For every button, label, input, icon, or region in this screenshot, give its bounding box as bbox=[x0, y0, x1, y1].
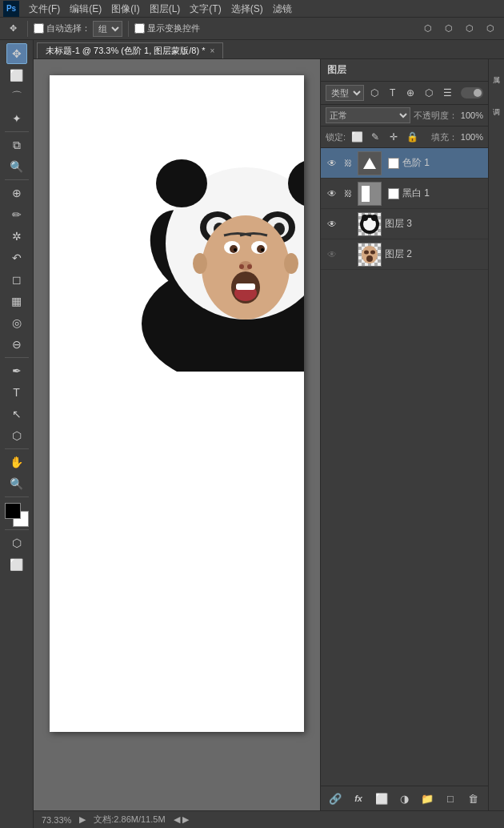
svg-point-36 bbox=[364, 250, 369, 254]
tool-mask-mode[interactable]: ⬡ bbox=[6, 533, 27, 553]
menu-edit[interactable]: 编辑(E) bbox=[65, 0, 106, 18]
adjustment-panel-btn[interactable]: 调 bbox=[489, 94, 505, 111]
tool-blur[interactable]: ◎ bbox=[6, 312, 27, 333]
new-layer-btn[interactable]: □ bbox=[441, 790, 461, 807]
menu-file[interactable]: 文件(F) bbox=[24, 0, 65, 18]
lock-all-btn[interactable]: 🔒 bbox=[404, 129, 420, 145]
layer-eye-2[interactable]: 👁 bbox=[326, 248, 338, 261]
layer-item-bw[interactable]: 👁 ⛓ 黑白 1 bbox=[321, 179, 488, 209]
show-transform-label: 显示变换控件 bbox=[147, 22, 200, 34]
lock-position-btn[interactable]: ✛ bbox=[386, 129, 402, 145]
layer-item-3[interactable]: 👁 图层 3 bbox=[321, 209, 488, 239]
show-transform-input[interactable] bbox=[134, 23, 145, 34]
tool-brush[interactable]: ✏ bbox=[6, 204, 27, 225]
auto-select-label: 自动选择： bbox=[46, 22, 90, 34]
tab-bar: 未标题-1 @ 73.3% (色阶 1, 图层蒙版/8) * × bbox=[34, 40, 504, 59]
tool-magic-wand[interactable]: ✦ bbox=[6, 108, 27, 129]
tool-hand[interactable]: ✋ bbox=[6, 452, 27, 472]
panel-bottom-toolbar: 🔗 fx ⬜ ◑ 📁 □ 🗑 bbox=[321, 786, 488, 810]
menu-image[interactable]: 图像(I) bbox=[106, 0, 144, 18]
blend-opacity-row: 正常 不透明度： 100% bbox=[321, 105, 488, 127]
new-group-btn[interactable]: 📁 bbox=[418, 790, 438, 807]
auto-select-checkbox[interactable]: 自动选择： 组 bbox=[34, 21, 122, 37]
tool-lasso[interactable]: ⌒ bbox=[6, 86, 27, 107]
foreground-color[interactable] bbox=[5, 503, 21, 519]
svg-point-26 bbox=[284, 253, 298, 274]
ps-logo: Ps bbox=[3, 1, 19, 17]
layer-filter-icon5[interactable]: ☰ bbox=[439, 85, 455, 101]
menu-bar: Ps 文件(F) 编辑(E) 图像(I) 图层(L) 文字(T) 选择(S) 滤… bbox=[0, 0, 504, 18]
tool-move[interactable]: ✥ bbox=[6, 43, 27, 64]
delete-layer-btn[interactable]: 🗑 bbox=[463, 790, 483, 807]
tool-gradient[interactable]: ▦ bbox=[6, 291, 27, 312]
layer-mask-levels bbox=[388, 158, 399, 169]
layers-panel-title: 图层 bbox=[327, 63, 346, 77]
color-swatch[interactable] bbox=[5, 503, 29, 527]
svg-rect-30 bbox=[362, 186, 370, 202]
menu-layer[interactable]: 图层(L) bbox=[145, 0, 186, 18]
tool-dodge[interactable]: ⊖ bbox=[6, 334, 27, 355]
adjustment-btn[interactable]: ◑ bbox=[394, 790, 414, 807]
lock-image-btn[interactable]: ✎ bbox=[367, 129, 383, 145]
svg-rect-24 bbox=[236, 283, 255, 290]
tool-path-select[interactable]: ↖ bbox=[6, 404, 27, 424]
menu-select[interactable]: 选择(S) bbox=[226, 0, 268, 18]
tool-eraser[interactable]: ◻ bbox=[6, 269, 27, 290]
align-btn-1[interactable]: ⬡ bbox=[419, 20, 437, 38]
canvas-and-panels: 图层 类型 ⬡ T ⊕ ⬡ ☰ bbox=[34, 59, 504, 810]
show-transform-checkbox[interactable]: 显示变换控件 bbox=[134, 22, 200, 34]
tool-pen[interactable]: ✒ bbox=[6, 360, 27, 381]
layer-eye-levels[interactable]: 👁 bbox=[326, 157, 338, 170]
tool-select-rect[interactable]: ⬜ bbox=[6, 65, 27, 86]
link-layers-btn[interactable]: 🔗 bbox=[326, 790, 346, 807]
history-btn[interactable]: 属 bbox=[489, 62, 505, 78]
right-panels: 图层 类型 ⬡ T ⊕ ⬡ ☰ bbox=[320, 59, 488, 810]
tab-close-btn[interactable]: × bbox=[210, 46, 214, 55]
auto-select-input[interactable] bbox=[34, 23, 44, 34]
layer-filter-select[interactable]: 类型 bbox=[326, 85, 364, 101]
tool-crop[interactable]: ⧉ bbox=[6, 135, 27, 155]
tool-history-brush[interactable]: ↶ bbox=[6, 247, 27, 268]
move-tool-btn[interactable]: ✥ bbox=[5, 20, 22, 38]
layer-thumb-2 bbox=[358, 243, 382, 267]
canvas-document bbox=[50, 75, 304, 732]
layer-eye-bw[interactable]: 👁 bbox=[326, 187, 338, 200]
layer-chain-3 bbox=[342, 218, 354, 231]
layer-item-2[interactable]: 👁 图层 2 bbox=[321, 239, 488, 270]
layer-eye-3[interactable]: 👁 bbox=[326, 218, 338, 231]
menu-text[interactable]: 文字(T) bbox=[185, 0, 226, 18]
align-btn-2[interactable]: ⬡ bbox=[440, 20, 458, 38]
layer-filter-icon4[interactable]: ⬡ bbox=[421, 85, 437, 101]
align-btn-4[interactable]: ⬡ bbox=[482, 20, 499, 38]
tool-zoom[interactable]: 🔍 bbox=[6, 473, 27, 494]
tool-shape[interactable]: ⬡ bbox=[6, 425, 27, 446]
add-mask-btn[interactable]: ⬜ bbox=[371, 790, 391, 807]
layer-filter-toggle[interactable] bbox=[461, 87, 483, 98]
tool-text[interactable]: T bbox=[6, 382, 27, 403]
fx-btn[interactable]: fx bbox=[349, 790, 369, 807]
layer-item-levels[interactable]: 👁 ⛓ 色阶 1 bbox=[321, 148, 488, 179]
lock-row: 锁定: ⬜ ✎ ✛ 🔒 填充： 100% bbox=[321, 127, 488, 148]
layer-chain-levels: ⛓ bbox=[342, 157, 354, 170]
tool-eyedropper[interactable]: 🔍 bbox=[6, 156, 27, 177]
tool-spot-heal[interactable]: ⊕ bbox=[6, 183, 27, 203]
layer-filter-icon2[interactable]: T bbox=[385, 85, 401, 101]
canvas-area[interactable] bbox=[34, 59, 320, 810]
layer-thumb-3 bbox=[358, 212, 382, 236]
layer-filter-icon1[interactable]: ⬡ bbox=[366, 85, 382, 101]
menu-filter[interactable]: 滤镜 bbox=[268, 0, 297, 18]
main-area: ✥ ⬜ ⌒ ✦ ⧉ 🔍 ⊕ ✏ ✲ ↶ ◻ ▦ ◎ ⊖ ✒ T ↖ ⬡ ✋ 🔍 … bbox=[0, 40, 504, 828]
lock-transparent-btn[interactable]: ⬜ bbox=[349, 129, 365, 145]
tool-stamp[interactable]: ✲ bbox=[6, 226, 27, 247]
auto-select-dropdown[interactable]: 组 bbox=[93, 21, 122, 37]
layer-filter-icon3[interactable]: ⊕ bbox=[403, 85, 419, 101]
layer-name-2: 图层 2 bbox=[385, 247, 483, 261]
opacity-value[interactable]: 100% bbox=[461, 111, 483, 120]
fill-value[interactable]: 100% bbox=[461, 132, 483, 142]
align-btn-3[interactable]: ⬡ bbox=[461, 20, 478, 38]
tool-screen-mode[interactable]: ⬜ bbox=[6, 554, 27, 575]
status-sep-1: ▶ bbox=[79, 814, 86, 825]
blend-mode-select[interactable]: 正常 bbox=[326, 107, 410, 123]
tool-separator-1 bbox=[5, 131, 29, 132]
document-tab[interactable]: 未标题-1 @ 73.3% (色阶 1, 图层蒙版/8) * × bbox=[37, 42, 223, 58]
